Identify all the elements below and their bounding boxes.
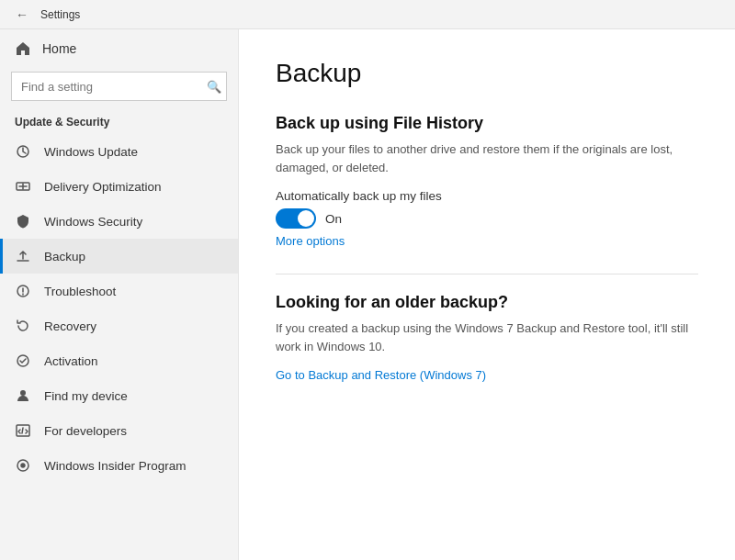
sidebar-item-for-developers[interactable]: For developers (0, 413, 238, 448)
back-icon: ← (16, 7, 28, 22)
windows-insider-label: Windows Insider Program (44, 459, 187, 473)
older-backup-description: If you created a backup using the Window… (276, 319, 698, 355)
sidebar: Home 🔍 Update & Security Windows Update (0, 29, 239, 560)
windows-insider-icon (15, 457, 31, 474)
search-box[interactable]: 🔍 (11, 72, 227, 101)
sidebar-item-troubleshoot[interactable]: Troubleshoot (0, 274, 238, 308)
find-my-device-label: Find my device (44, 389, 128, 403)
recovery-label: Recovery (44, 319, 96, 333)
home-label: Home (42, 41, 76, 56)
delivery-optimization-icon (15, 178, 31, 195)
delivery-optimization-label: Delivery Optimization (44, 180, 162, 194)
auto-backup-toggle[interactable] (276, 208, 316, 229)
sidebar-item-windows-update[interactable]: Windows Update (0, 134, 238, 169)
section-divider (276, 274, 698, 274)
for-developers-label: For developers (44, 424, 127, 438)
more-options-link[interactable]: More options (276, 234, 698, 248)
backup-icon (15, 248, 31, 264)
content-area: Backup Back up using File History Back u… (239, 29, 735, 560)
file-history-heading: Back up using File History (276, 114, 698, 133)
sidebar-item-home[interactable]: Home (0, 29, 238, 68)
sidebar-item-activation[interactable]: Activation (0, 343, 238, 378)
troubleshoot-icon (15, 283, 31, 299)
svg-point-4 (20, 390, 26, 396)
go-to-backup-restore-link[interactable]: Go to Backup and Restore (Windows 7) (276, 368, 698, 382)
back-button[interactable]: ← (11, 4, 33, 26)
toggle-on-label: On (325, 212, 342, 226)
sidebar-item-delivery-optimization[interactable]: Delivery Optimization (0, 169, 238, 204)
auto-backup-label: Automatically back up my files (276, 189, 698, 203)
sidebar-item-windows-security[interactable]: Windows Security (0, 204, 238, 239)
sidebar-section-title: Update & Security (0, 108, 238, 134)
recovery-icon (15, 318, 31, 334)
page-title: Backup (276, 59, 698, 88)
older-backup-heading: Looking for an older backup? (276, 293, 698, 312)
windows-security-icon (15, 213, 31, 230)
sidebar-item-find-my-device[interactable]: Find my device (0, 378, 238, 413)
activation-icon (15, 353, 31, 369)
file-history-description: Back up your files to another drive and … (276, 140, 698, 176)
activation-label: Activation (44, 354, 98, 368)
sidebar-item-backup[interactable]: Backup (0, 239, 238, 274)
windows-security-label: Windows Security (44, 215, 142, 229)
backup-label: Backup (44, 250, 85, 263)
titlebar: ← Settings (0, 0, 735, 29)
troubleshoot-label: Troubleshoot (44, 285, 116, 298)
windows-update-label: Windows Update (44, 145, 138, 159)
find-my-device-icon (15, 387, 31, 404)
toggle-row: On (276, 208, 698, 229)
titlebar-title: Settings (40, 8, 80, 21)
svg-point-7 (21, 464, 25, 467)
sidebar-item-windows-insider[interactable]: Windows Insider Program (0, 448, 238, 483)
for-developers-icon (15, 422, 31, 439)
windows-update-icon (15, 143, 31, 160)
sidebar-item-recovery[interactable]: Recovery (0, 308, 238, 343)
home-icon (15, 40, 31, 57)
search-icon: 🔍 (207, 80, 221, 94)
main-container: Home 🔍 Update & Security Windows Update (0, 29, 735, 560)
search-input[interactable] (11, 72, 227, 101)
